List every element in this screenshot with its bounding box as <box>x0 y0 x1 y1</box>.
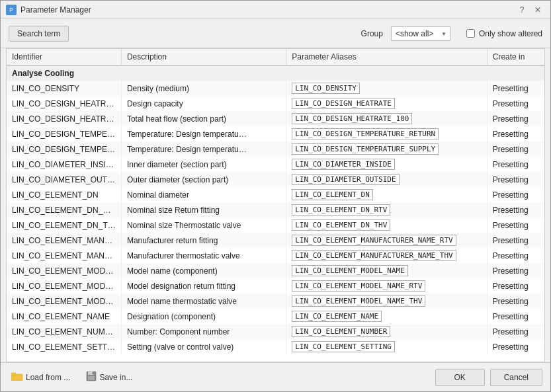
cell-create-in: Presetting <box>487 81 544 96</box>
table-row[interactable]: LIN_CO_ELEMENT_MODEL_NAM…Model name ther… <box>7 294 544 309</box>
alias-badge: LIN_CO_ELEMENT_SETTING <box>292 341 395 352</box>
alias-badge: LIN_CO_DIAMETER_INSIDE <box>292 159 395 170</box>
alias-badge: LIN_CO_ELEMENT_DN_THV <box>292 219 390 231</box>
cell-identifier: LIN_CO_ELEMENT_DN <box>7 187 121 202</box>
cell-description: Nominal diameter <box>121 187 286 202</box>
cell-create-in: Presetting <box>487 294 544 309</box>
group-select-wrapper: <show all> <box>391 26 450 41</box>
app-icon: P <box>6 5 17 15</box>
cell-description: Manufacturer return fitting <box>121 233 286 248</box>
cell-alias: LIN_CO_ELEMENT_MANUFACTURER_NAME_RTV <box>286 233 487 248</box>
alias-badge: LIN_CO_DIAMETER_OUTSIDE <box>292 174 399 185</box>
footer-left: Load from ... Save in... <box>9 370 135 385</box>
cell-alias: LIN_CO_ELEMENT_DN_RTV <box>286 202 487 217</box>
cell-identifier: LIN_CO_ELEMENT_MANUFACTU… <box>7 233 121 248</box>
table-row[interactable]: LIN_CO_DESIGN_TEMPERATURE_Temperature: D… <box>7 141 544 157</box>
table-row[interactable]: LIN_CO_ELEMENT_NAMEDesignation (componen… <box>7 309 544 324</box>
save-icon <box>86 371 97 383</box>
table-row[interactable]: LIN_CO_ELEMENT_MODEL_NAM…Model name (com… <box>7 263 544 278</box>
cell-identifier: LIN_CO_ELEMENT_MODEL_NAM… <box>7 294 121 309</box>
cell-alias: LIN_CO_ELEMENT_DN_THV <box>286 217 487 233</box>
cancel-button[interactable]: Cancel <box>490 369 542 386</box>
cell-create-in: Presetting <box>487 309 544 324</box>
alias-badge: LIN_CO_DESIGN_HEATRATE <box>292 98 395 109</box>
cell-create-in: Presetting <box>487 126 544 141</box>
close-button[interactable]: ✕ <box>530 3 545 17</box>
cell-identifier: LIN_CO_ELEMENT_SETTING <box>7 339 121 354</box>
cell-alias: LIN_CO_DESIGN_HEATRATE <box>286 96 487 111</box>
cell-description: Outer diameter (section part) <box>121 172 286 187</box>
alias-badge: LIN_CO_DESIGN_TEMPERATURE_RETURN <box>292 128 439 139</box>
only-show-altered-checkbox[interactable] <box>466 29 475 38</box>
cell-description: Model name thermostatic valve <box>121 294 286 309</box>
table-row[interactable]: LIN_CO_ELEMENT_MANUFACTU…Manufacturer th… <box>7 248 544 263</box>
table-row[interactable]: LIN_CO_ELEMENT_DNNominal diameterLIN_CO_… <box>7 187 544 202</box>
ok-button[interactable]: OK <box>435 369 485 386</box>
cell-description: Total heat flow (section part) <box>121 111 286 126</box>
title-bar-left: P Parameter Manager <box>6 5 91 15</box>
cell-description: Nominal size Thermostatic valve <box>121 217 286 233</box>
cell-identifier: LIN_CO_ELEMENT_MODEL_NAM… <box>7 278 121 294</box>
cell-alias: LIN_CO_DESIGN_HEATRATE_100 <box>286 111 487 126</box>
alias-badge: LIN_CO_ELEMENT_DN <box>292 189 373 200</box>
cell-description: Design capacity <box>121 96 286 111</box>
svg-rect-3 <box>11 373 16 375</box>
alias-badge: LIN_CO_DESIGN_TEMPERATURE_SUPPLY <box>292 143 439 155</box>
only-show-altered-label[interactable]: Only show altered <box>479 29 542 38</box>
cell-create-in: Presetting <box>487 324 544 339</box>
footer-right: OK Cancel <box>435 369 542 386</box>
col-header-aliases: Parameter Aliases <box>286 49 487 65</box>
cell-alias: LIN_CO_ELEMENT_MODEL_NAME <box>286 263 487 278</box>
alias-badge: LIN_CO_ELEMENT_MANUFACTURER_NAME_RTV <box>292 235 456 246</box>
cell-identifier: LIN_CO_DIAMETER_INSIDE <box>7 157 121 172</box>
alias-badge: LIN_CO_DENSITY <box>292 83 360 94</box>
cell-description: Temperature: Design temperatu… <box>121 126 286 141</box>
table-row[interactable]: LIN_CO_DESIGN_TEMPERATURE_Temperature: D… <box>7 126 544 141</box>
cell-alias: LIN_CO_ELEMENT_MODEL_NAME_THV <box>286 294 487 309</box>
cell-identifier: LIN_CO_DESIGN_HEATRATE <box>7 96 121 111</box>
cell-identifier: LIN_CO_ELEMENT_NUMBER <box>7 324 121 339</box>
table-row[interactable]: LIN_CO_ELEMENT_NUMBERNumber: Component n… <box>7 324 544 339</box>
col-header-description: Description <box>121 49 286 65</box>
group-select[interactable]: <show all> <box>391 26 450 41</box>
cell-alias: LIN_CO_DIAMETER_INSIDE <box>286 157 487 172</box>
table-body: Analyse Cooling LIN_CO_DENSITYDensity (m… <box>7 65 544 354</box>
cell-description: Inner diameter (section part) <box>121 157 286 172</box>
cell-create-in: Presetting <box>487 202 544 217</box>
table-row[interactable]: LIN_CO_ELEMENT_SETTINGSetting (valve or … <box>7 339 544 354</box>
alias-badge: LIN_CO_ELEMENT_MODEL_NAME <box>292 265 408 276</box>
table-row[interactable]: LIN_CO_ELEMENT_DN_THVNominal size Thermo… <box>7 217 544 233</box>
cell-description: Temperature: Design temperatu… <box>121 141 286 157</box>
load-from-button[interactable]: Load from ... <box>9 370 73 384</box>
cell-create-in: Presetting <box>487 157 544 172</box>
alias-badge: LIN_CO_ELEMENT_NUMBER <box>292 326 390 337</box>
cell-alias: LIN_CO_DESIGN_TEMPERATURE_SUPPLY <box>286 141 487 157</box>
cell-description: Model designation return fitting <box>121 278 286 294</box>
table-row[interactable]: LIN_CO_DESIGN_HEATRATE_100Total heat flo… <box>7 111 544 126</box>
cell-create-in: Presetting <box>487 233 544 248</box>
alias-badge: LIN_CO_ELEMENT_NAME <box>292 311 382 322</box>
table-row[interactable]: LIN_CO_DESIGN_HEATRATEDesign capacityLIN… <box>7 96 544 111</box>
save-in-button[interactable]: Save in... <box>83 370 135 385</box>
table-row[interactable]: LIN_CO_ELEMENT_MODEL_NAM…Model designati… <box>7 278 544 294</box>
cell-identifier: LIN_CO_ELEMENT_MANUFACTU… <box>7 248 121 263</box>
search-term-button[interactable]: Search term <box>9 26 69 42</box>
cell-alias: LIN_CO_ELEMENT_MODEL_NAME_RTV <box>286 278 487 294</box>
cell-identifier: LIN_CO_ELEMENT_MODEL_NAM… <box>7 263 121 278</box>
col-header-create: Create in <box>487 49 544 65</box>
table-row[interactable]: LIN_CO_DIAMETER_OUTSIDEOuter diameter (s… <box>7 172 544 187</box>
cell-alias: LIN_CO_ELEMENT_SETTING <box>286 339 487 354</box>
group-label: Group <box>361 29 383 38</box>
toolbar: Search term Group <show all> Only show a… <box>1 19 550 48</box>
table-row[interactable]: LIN_CO_ELEMENT_DN_RTVNominal size Return… <box>7 202 544 217</box>
cell-create-in: Presetting <box>487 172 544 187</box>
cell-create-in: Presetting <box>487 111 544 126</box>
help-button[interactable]: ? <box>515 3 529 17</box>
parameter-table: Identifier Description Parameter Aliases… <box>7 49 544 354</box>
table-row[interactable]: LIN_CO_DENSITYDensity (medium)LIN_CO_DEN… <box>7 81 544 96</box>
footer: Load from ... Save in... OK Cancel <box>1 362 550 391</box>
cell-description: Nominal size Return fitting <box>121 202 286 217</box>
table-row[interactable]: LIN_CO_DIAMETER_INSIDEInner diameter (se… <box>7 157 544 172</box>
table-row[interactable]: LIN_CO_ELEMENT_MANUFACTU…Manufacturer re… <box>7 233 544 248</box>
cell-identifier: LIN_CO_DENSITY <box>7 81 121 96</box>
